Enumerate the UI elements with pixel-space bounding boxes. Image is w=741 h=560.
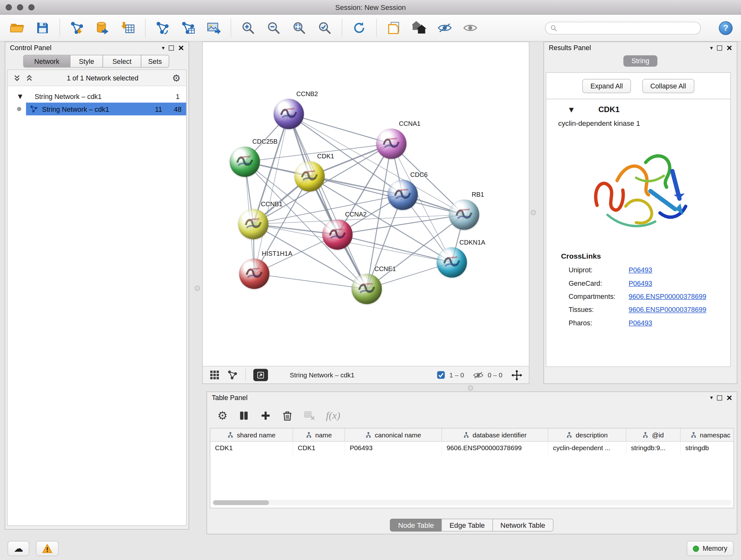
zoom-out-button[interactable]: [265, 18, 282, 38]
disclosure-triangle-icon[interactable]: ▼: [18, 93, 22, 99]
close-panel-icon[interactable]: ×: [727, 393, 732, 402]
table-cell[interactable]: stringdb:9...: [626, 442, 680, 455]
splitter-handle[interactable]: [531, 210, 536, 215]
table-cell[interactable]: CDK1: [210, 442, 293, 455]
expand-all-button[interactable]: Expand All: [583, 79, 631, 93]
close-panel-icon[interactable]: ×: [727, 43, 732, 53]
gear-icon[interactable]: ⚙: [172, 73, 181, 83]
document-button[interactable]: [385, 18, 402, 38]
zoom-in-button[interactable]: [240, 18, 257, 38]
network-row[interactable]: String Network – cdk1 11 48: [8, 103, 186, 115]
panel-menu-icon[interactable]: ▾: [710, 45, 713, 51]
table-settings-gear-icon[interactable]: ⚙: [217, 410, 227, 422]
tab-network[interactable]: Network: [23, 55, 71, 68]
column-header[interactable]: @id: [626, 428, 680, 441]
crosslink-link[interactable]: 9606.ENSP00000378699: [629, 293, 706, 300]
new-network-from-selection-button[interactable]: [154, 18, 171, 38]
window-zoom-button[interactable]: [28, 4, 35, 10]
column-header[interactable]: namespac: [681, 428, 734, 441]
float-panel-icon[interactable]: [169, 45, 174, 50]
fit-content-icon[interactable]: [511, 369, 522, 380]
column-header[interactable]: description: [548, 428, 626, 441]
table-cell[interactable]: 9606.ENSP00000378699: [442, 442, 548, 455]
grid-view-icon[interactable]: [209, 370, 220, 380]
tab-node-table[interactable]: Node Table: [390, 519, 442, 532]
float-panel-icon[interactable]: [717, 45, 722, 50]
hide-selected-button[interactable]: [436, 18, 453, 38]
network-node-CCNA2[interactable]: [322, 219, 353, 250]
network-edges[interactable]: [203, 42, 529, 366]
tab-network-table[interactable]: Network Table: [492, 519, 553, 532]
crosslink-link[interactable]: P06493: [629, 319, 652, 327]
table-cell[interactable]: stringdb: [681, 442, 734, 455]
selected-network-row[interactable]: String Network – cdk1 11 48: [26, 103, 186, 115]
show-all-button[interactable]: [462, 18, 479, 38]
warnings-button[interactable]: [36, 541, 59, 556]
search-input[interactable]: [560, 24, 696, 32]
save-session-button[interactable]: [34, 18, 51, 38]
import-network-from-file-button[interactable]: [69, 18, 85, 38]
network-node-CCNB1[interactable]: [238, 209, 268, 240]
crosslink-link[interactable]: 9606.ENSP00000378699: [629, 306, 706, 314]
help-button[interactable]: ?: [719, 21, 733, 35]
column-header[interactable]: canonical name: [345, 428, 442, 441]
import-table-button[interactable]: [120, 18, 137, 38]
import-network-from-database-button[interactable]: [94, 18, 111, 38]
checkbox-icon[interactable]: [436, 371, 445, 379]
table-cell[interactable]: CDK1: [293, 442, 345, 455]
export-view-button[interactable]: [253, 369, 268, 381]
apply-layout-button[interactable]: [351, 18, 367, 38]
network-graph[interactable]: CCNB2CCNA1CDC25BCDK1CDC6RB1CCNB1CCNA2CDK…: [203, 42, 529, 366]
network-node-CCNB2[interactable]: [273, 99, 304, 129]
window-minimize-button[interactable]: [17, 4, 23, 10]
eye-slash-icon[interactable]: [473, 371, 483, 378]
network-node-CDK1[interactable]: [294, 161, 325, 192]
table-cell[interactable]: cyclin-dependent ...: [548, 442, 626, 455]
network-node-CDC25B[interactable]: [230, 146, 260, 177]
tab-sets[interactable]: Sets: [141, 55, 169, 68]
columns-icon[interactable]: [238, 410, 250, 422]
scrollbar-thumb[interactable]: [213, 500, 269, 505]
collapse-all-button[interactable]: Collapse All: [642, 79, 694, 93]
panel-menu-icon[interactable]: ▾: [162, 45, 165, 51]
column-header[interactable]: database identifier: [442, 428, 548, 441]
birdseye-share-icon[interactable]: [227, 370, 238, 380]
disclosure-triangle-icon[interactable]: ▼: [569, 106, 574, 113]
memory-button[interactable]: Memory: [686, 541, 733, 556]
splitter-handle[interactable]: [468, 385, 473, 390]
window-close-button[interactable]: [6, 4, 12, 10]
network-collection-row[interactable]: ▼ String Network – cdk1 1: [8, 90, 186, 103]
network-node-CDKN1A[interactable]: [436, 247, 467, 278]
network-node-CDC6[interactable]: [387, 180, 418, 210]
add-column-icon[interactable]: [260, 410, 271, 422]
table-cell[interactable]: P06493: [345, 442, 442, 455]
expand-all-icon[interactable]: [25, 74, 33, 82]
cloud-button[interactable]: ☁: [8, 541, 29, 556]
network-node-CCNA1[interactable]: [376, 129, 407, 159]
close-panel-icon[interactable]: ×: [179, 43, 184, 53]
crosslink-link[interactable]: P06493: [629, 279, 652, 287]
network-node-RB1[interactable]: [449, 199, 479, 230]
zoom-selected-button[interactable]: [316, 18, 333, 38]
float-panel-icon[interactable]: [717, 395, 722, 400]
collapse-all-icon[interactable]: [13, 74, 21, 82]
open-session-button[interactable]: [9, 18, 25, 38]
clone-network-button[interactable]: [180, 18, 197, 38]
horizontal-scrollbar[interactable]: [212, 500, 732, 505]
zoom-fit-button[interactable]: [291, 18, 308, 38]
home-views-button[interactable]: [411, 18, 428, 38]
network-node-HIST1H1A[interactable]: [239, 259, 269, 289]
splitter-handle[interactable]: [195, 286, 200, 291]
column-header[interactable]: name: [293, 428, 345, 441]
tab-edge-table[interactable]: Edge Table: [441, 519, 493, 532]
crosslink-link[interactable]: P06493: [629, 266, 652, 274]
tab-select[interactable]: Select: [103, 55, 141, 68]
panel-menu-icon[interactable]: ▾: [710, 395, 713, 401]
table-row[interactable]: CDK1 CDK1 P06493 9606.ENSP00000378699 cy…: [210, 442, 733, 455]
delete-column-trash-icon[interactable]: [281, 410, 293, 422]
network-node-CCNE1[interactable]: [352, 273, 382, 304]
tab-style[interactable]: Style: [70, 55, 103, 68]
export-image-button[interactable]: [205, 18, 222, 38]
tab-string[interactable]: String: [623, 55, 657, 67]
column-header[interactable]: shared name: [210, 428, 293, 441]
